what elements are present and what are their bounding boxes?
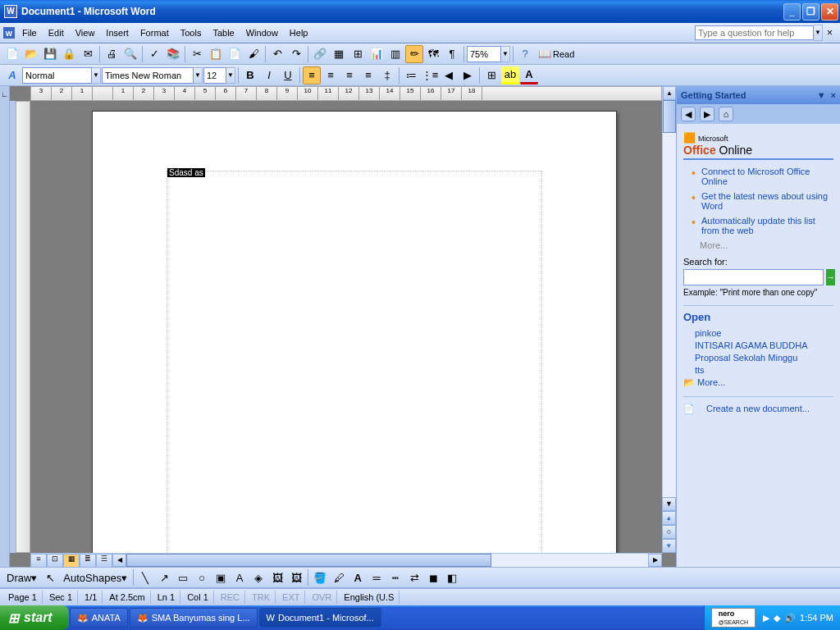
menu-window[interactable]: Window — [240, 25, 284, 40]
web-view-button[interactable]: ⊡ — [47, 554, 63, 567]
horizontal-ruler[interactable]: 321123456789101112131415161718 — [30, 86, 662, 101]
save-button[interactable]: 💾 — [41, 45, 59, 63]
bold-button[interactable]: B — [241, 66, 259, 84]
help-dropdown-arrow[interactable]: ▼ — [814, 25, 823, 41]
tasklist-more[interactable]: More... — [700, 240, 833, 250]
recent-doc-0[interactable]: pinkoe — [695, 328, 833, 338]
hyperlink-button[interactable]: 🔗 — [311, 45, 329, 63]
increase-indent-button[interactable]: ▶ — [459, 66, 477, 84]
taskpane-close-button[interactable]: × — [831, 90, 836, 100]
select-objects-button[interactable]: ↖ — [41, 568, 59, 587]
link-connect-office[interactable]: Connect to Microsoft Office Online — [701, 167, 810, 186]
fontsize-input[interactable] — [203, 67, 226, 84]
taskbar-item-1[interactable]: 🦊 SMA Banyumas sing L... — [130, 608, 258, 628]
status-lang[interactable]: English (U.S — [339, 591, 399, 604]
arrow-style-button[interactable]: ⇄ — [405, 568, 423, 587]
align-left-button[interactable]: ≡ — [303, 66, 321, 84]
menu-edit[interactable]: Edit — [43, 25, 70, 40]
clipart-button[interactable]: 🖼 — [268, 568, 286, 587]
new-doc-button[interactable]: 📄 — [3, 45, 21, 63]
scroll-down-button[interactable]: ▼ — [662, 497, 676, 511]
scroll-thumb-v[interactable] — [663, 100, 676, 133]
underline-button[interactable]: U — [279, 66, 297, 84]
font-dropdown-arrow[interactable]: ▼ — [194, 67, 203, 84]
align-center-button[interactable]: ≡ — [322, 66, 340, 84]
wordart-button[interactable]: A — [231, 568, 249, 587]
maximize-button[interactable]: ❐ — [802, 3, 819, 21]
oval-button[interactable]: ○ — [193, 568, 211, 587]
columns-button[interactable]: ▥ — [386, 45, 404, 63]
menu-file[interactable]: File — [16, 25, 43, 40]
3d-button[interactable]: ◧ — [443, 568, 461, 587]
arrow-button[interactable]: ↗ — [155, 568, 173, 587]
spelling-button[interactable]: ✓ — [145, 45, 163, 63]
taskbar-item-2[interactable]: W Document1 - Microsof... — [259, 608, 381, 628]
minimize-button[interactable]: _ — [783, 3, 801, 21]
recent-doc-3[interactable]: tts — [695, 365, 833, 375]
bullets-button[interactable]: ⋮≡ — [421, 66, 439, 84]
cut-button[interactable]: ✂ — [188, 45, 206, 63]
create-new-doc-link[interactable]: Create a new document... — [706, 404, 810, 413]
line-color-button[interactable]: 🖊 — [330, 568, 348, 587]
paste-button[interactable]: 📄 — [226, 45, 244, 63]
excel-button[interactable]: 📊 — [368, 45, 386, 63]
docmap-button[interactable]: 🗺 — [424, 45, 442, 63]
zoom-dropdown-arrow[interactable]: ▼ — [501, 46, 510, 62]
menu-table[interactable]: Table — [207, 25, 240, 40]
tray-icon-2[interactable]: 🔊 — [784, 613, 796, 623]
help-question-input[interactable] — [695, 25, 814, 40]
line-button[interactable]: ╲ — [136, 568, 154, 587]
fontsize-dropdown-arrow[interactable]: ▼ — [226, 67, 235, 84]
document-page[interactable]: Sdasd as — [92, 111, 617, 567]
textbox-button[interactable]: ▣ — [212, 568, 230, 587]
prev-page-button[interactable]: ▴ — [662, 511, 676, 525]
menu-help[interactable]: Help — [284, 25, 314, 40]
line-spacing-button[interactable]: ‡ — [378, 66, 396, 84]
dash-style-button[interactable]: ┅ — [386, 568, 404, 587]
close-button[interactable]: ✕ — [821, 3, 838, 21]
tray-clock[interactable]: 1:54 PM — [800, 613, 833, 623]
format-painter-button[interactable]: 🖌 — [244, 45, 262, 63]
borders-button[interactable]: ⊞ — [482, 66, 500, 84]
tray-arrow-icon[interactable]: ▶ — [763, 613, 769, 623]
ruler-corner-icon[interactable]: ∟ — [1, 90, 8, 98]
zoom-input[interactable] — [467, 46, 501, 62]
search-go-button[interactable]: → — [826, 269, 835, 285]
recent-doc-2[interactable]: Proposal Sekolah Minggu — [695, 353, 833, 363]
taskbar-item-0[interactable]: 🦊 ANATA — [70, 608, 128, 628]
show-hide-button[interactable]: ¶ — [443, 45, 461, 63]
normal-view-button[interactable]: ≡ — [30, 554, 47, 567]
vertical-scrollbar[interactable]: ▲ — [662, 86, 676, 553]
picture-button[interactable]: 🖼 — [287, 568, 305, 587]
research-button[interactable]: 📚 — [164, 45, 182, 63]
decrease-indent-button[interactable]: ◀ — [440, 66, 458, 84]
help-button[interactable]: ? — [516, 45, 534, 63]
rectangle-button[interactable]: ▭ — [174, 568, 192, 587]
menu-tools[interactable]: Tools — [175, 25, 208, 40]
email-button[interactable]: ✉ — [79, 45, 97, 63]
reading-view-button[interactable]: ☰ — [96, 554, 112, 567]
shadow-button[interactable]: ◼ — [424, 568, 442, 587]
next-page-button[interactable]: ▾ — [662, 539, 676, 553]
vertical-ruler[interactable] — [10, 101, 30, 553]
diagram-button[interactable]: ◈ — [249, 568, 267, 587]
link-latest-news[interactable]: Get the latest news about using Word — [701, 191, 828, 211]
horizontal-scrollbar[interactable]: ≡ ⊡ ▦ ≣ ☰ ◀ ▶ — [30, 553, 662, 567]
status-trk[interactable]: TRK — [247, 591, 276, 604]
menu-format[interactable]: Format — [135, 25, 175, 40]
print-preview-button[interactable]: 🔍 — [121, 45, 139, 63]
read-button[interactable]: 📖Read — [535, 45, 578, 63]
font-color-draw-button[interactable]: A — [349, 568, 367, 587]
taskpane-dropdown-arrow[interactable]: ▼ — [817, 90, 826, 100]
open-more[interactable]: 📂 More... — [683, 377, 833, 388]
tables-borders-button[interactable]: ▦ — [330, 45, 348, 63]
start-button[interactable]: ⊞ start — [0, 605, 69, 630]
scroll-thumb-h[interactable] — [126, 554, 491, 567]
font-input[interactable] — [102, 67, 194, 84]
status-ext[interactable]: EXT — [277, 591, 305, 604]
print-button[interactable]: 🖨 — [103, 45, 121, 63]
outline-view-button[interactable]: ≣ — [80, 554, 96, 567]
copy-button[interactable]: 📋 — [207, 45, 225, 63]
status-ovr[interactable]: OVR — [307, 591, 337, 604]
font-color-button[interactable]: A — [520, 66, 538, 84]
